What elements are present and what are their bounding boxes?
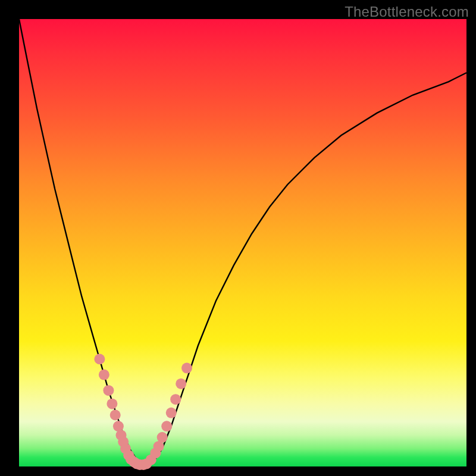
highlight-dot — [157, 432, 168, 443]
highlight-dot — [181, 363, 192, 374]
highlight-dot — [161, 421, 172, 431]
dots-group — [94, 354, 192, 471]
highlight-dot — [107, 399, 117, 409]
highlight-dot — [103, 385, 114, 396]
highlight-dot — [99, 369, 109, 380]
highlight-dot — [94, 354, 105, 365]
highlight-dot — [166, 408, 177, 418]
v-curve-path — [19, 19, 466, 465]
highlight-dot — [170, 394, 181, 405]
highlight-dot — [176, 378, 186, 389]
chart-frame: TheBottleneck.com — [0, 0, 476, 476]
curve-group — [19, 19, 466, 465]
watermark-text: TheBottleneck.com — [345, 4, 469, 20]
bottleneck-curve — [19, 19, 466, 466]
highlight-dot — [110, 410, 121, 421]
chart-plot-area — [19, 19, 466, 466]
